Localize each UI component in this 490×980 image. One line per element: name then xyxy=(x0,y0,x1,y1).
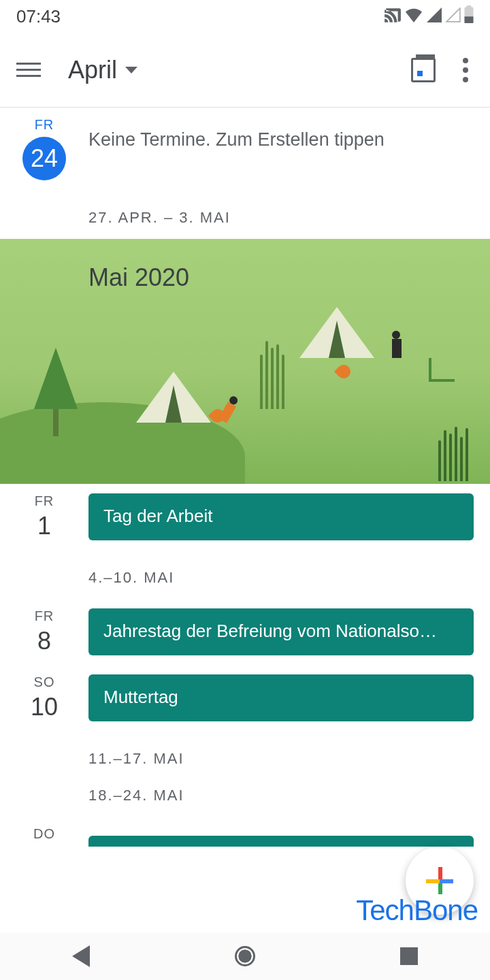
empty-hint[interactable]: Keine Termine. Zum Erstellen tippen xyxy=(88,117,385,180)
nav-home-button[interactable] xyxy=(235,946,255,966)
day-name: FR xyxy=(0,608,88,624)
watermark: TechBone xyxy=(356,894,478,927)
event-chip[interactable]: Jahrestag der Befreiung vom Nationalso… xyxy=(88,608,474,655)
day-number: 10 xyxy=(0,693,88,721)
svg-rect-2 xyxy=(465,16,474,23)
day-column: FR 1 xyxy=(0,493,88,540)
more-button[interactable] xyxy=(457,58,474,82)
month-picker[interactable]: April xyxy=(68,56,137,84)
day-name: SO xyxy=(0,674,88,690)
wifi-icon xyxy=(404,6,423,27)
event-row[interactable]: SO 10 Muttertag xyxy=(0,665,490,731)
menu-button[interactable] xyxy=(16,63,49,77)
week-header: 11.–17. MAI xyxy=(0,731,490,780)
week-header: 27. APR. – 3. MAI xyxy=(0,190,490,239)
cast-icon xyxy=(384,6,402,27)
today-button[interactable] xyxy=(411,58,436,82)
status-bar: 07:43 xyxy=(0,0,490,33)
day-name: DO xyxy=(0,826,88,842)
plus-icon xyxy=(426,867,453,894)
day-number: 8 xyxy=(0,627,88,655)
day-name: FR xyxy=(0,117,88,133)
signal-empty-icon xyxy=(445,6,461,27)
event-row[interactable]: DO xyxy=(0,817,490,847)
month-banner-label: Mai 2020 xyxy=(88,263,189,292)
event-chip[interactable] xyxy=(88,836,474,847)
nav-recent-button[interactable] xyxy=(400,947,418,965)
event-chip[interactable]: Tag der Arbeit xyxy=(88,493,474,540)
day-column: DO xyxy=(0,826,88,847)
battery-icon xyxy=(464,5,474,28)
event-row[interactable]: FR 1 Tag der Arbeit xyxy=(0,484,490,550)
day-column: FR 8 xyxy=(0,608,88,655)
event-chip[interactable]: Muttertag xyxy=(88,674,474,721)
month-banner: Mai 2020 xyxy=(0,239,490,484)
day-number: 24 xyxy=(22,137,66,180)
app-bar: April xyxy=(0,33,490,108)
status-time: 07:43 xyxy=(16,6,61,27)
navigation-bar xyxy=(0,932,490,980)
svg-rect-1 xyxy=(467,5,472,7)
day-number: 1 xyxy=(0,512,88,540)
chevron-down-icon xyxy=(125,67,137,74)
day-column: SO 10 xyxy=(0,674,88,721)
status-icons xyxy=(384,5,474,28)
today-row[interactable]: FR 24 Keine Termine. Zum Erstellen tippe… xyxy=(0,108,490,190)
signal-icon xyxy=(426,6,442,27)
event-row[interactable]: FR 8 Jahrestag der Befreiung vom Nationa… xyxy=(0,599,490,665)
day-column: FR 24 xyxy=(0,117,88,180)
day-name: FR xyxy=(0,493,88,509)
week-header: 4.–10. MAI xyxy=(0,550,490,599)
nav-back-button[interactable] xyxy=(72,945,90,967)
week-header: 18.–24. MAI xyxy=(0,780,490,817)
month-label: April xyxy=(68,56,117,84)
schedule-list[interactable]: FR 24 Keine Termine. Zum Erstellen tippe… xyxy=(0,108,490,847)
